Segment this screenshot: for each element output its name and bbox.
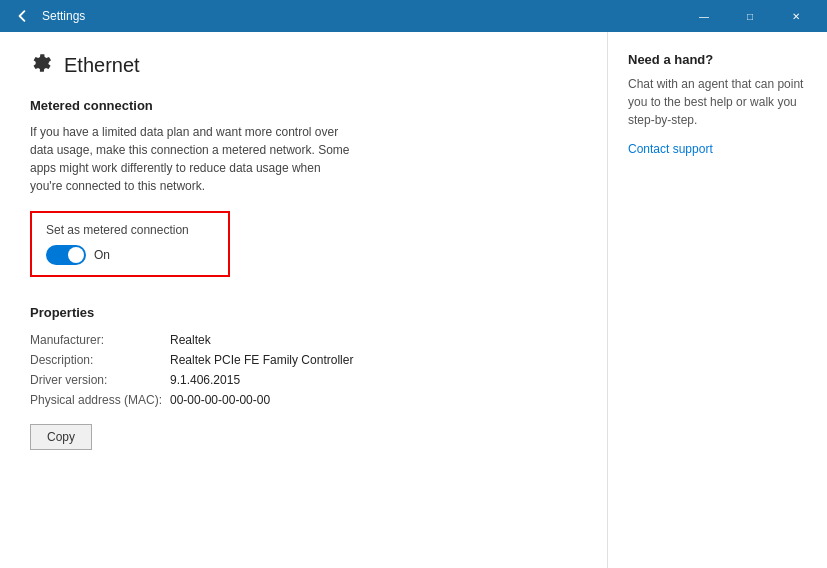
content-area: Ethernet Metered connection If you have …: [0, 32, 827, 568]
metered-description: If you have a limited data plan and want…: [30, 123, 350, 195]
prop-value: Realtek PCIe FE Family Controller: [170, 350, 577, 370]
gear-icon: [30, 52, 52, 78]
table-row: Description:Realtek PCIe FE Family Contr…: [30, 350, 577, 370]
prop-label: Driver version:: [30, 370, 170, 390]
page-title: Ethernet: [64, 54, 140, 77]
side-panel: Need a hand? Chat with an agent that can…: [607, 32, 827, 568]
minimize-button[interactable]: —: [681, 0, 727, 32]
back-button[interactable]: [8, 2, 36, 30]
section-metered-title: Metered connection: [30, 98, 577, 113]
table-row: Manufacturer:Realtek: [30, 330, 577, 350]
main-panel: Ethernet Metered connection If you have …: [0, 32, 607, 568]
window-title: Settings: [42, 9, 85, 23]
metered-toggle[interactable]: [46, 245, 86, 265]
prop-label: Manufacturer:: [30, 330, 170, 350]
prop-value: 9.1.406.2015: [170, 370, 577, 390]
table-row: Driver version:9.1.406.2015: [30, 370, 577, 390]
maximize-button[interactable]: □: [727, 0, 773, 32]
prop-value: Realtek: [170, 330, 577, 350]
prop-label: Description:: [30, 350, 170, 370]
prop-label: Physical address (MAC):: [30, 390, 170, 410]
metered-toggle-box: Set as metered connection On: [30, 211, 230, 277]
prop-value: 00-00-00-00-00-00: [170, 390, 577, 410]
page-header: Ethernet: [30, 52, 577, 78]
title-bar: Settings — □ ✕: [0, 0, 827, 32]
metered-toggle-label: Set as metered connection: [46, 223, 214, 237]
contact-support-link[interactable]: Contact support: [628, 142, 713, 156]
section-properties-title: Properties: [30, 305, 577, 320]
properties-section: Properties Manufacturer:RealtekDescripti…: [30, 305, 577, 450]
toggle-knob: [68, 247, 84, 263]
properties-table: Manufacturer:RealtekDescription:Realtek …: [30, 330, 577, 410]
table-row: Physical address (MAC):00-00-00-00-00-00: [30, 390, 577, 410]
close-button[interactable]: ✕: [773, 0, 819, 32]
toggle-state-label: On: [94, 248, 110, 262]
side-panel-description: Chat with an agent that can point you to…: [628, 75, 807, 129]
toggle-row: On: [46, 245, 214, 265]
copy-button[interactable]: Copy: [30, 424, 92, 450]
window-controls: — □ ✕: [681, 0, 819, 32]
side-panel-title: Need a hand?: [628, 52, 807, 67]
